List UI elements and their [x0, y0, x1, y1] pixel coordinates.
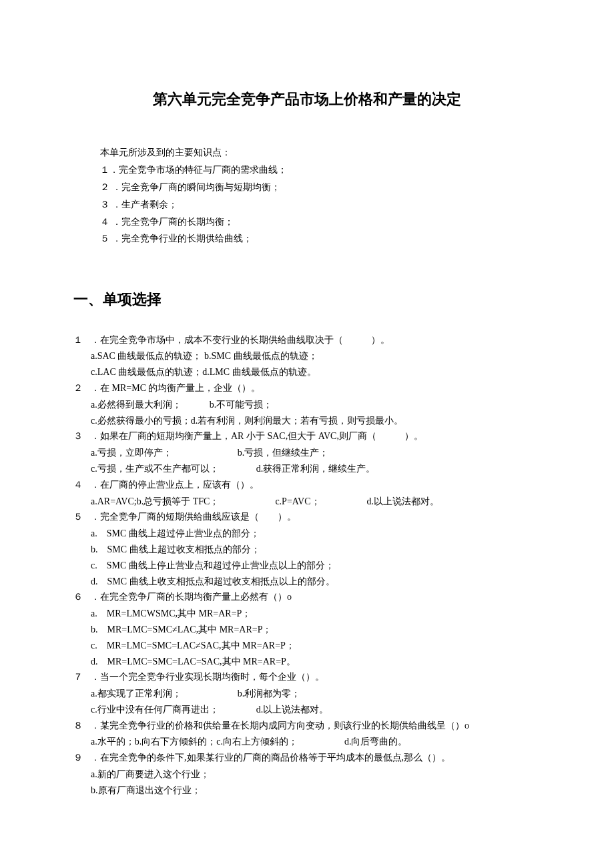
section-heading: 一、单项选择 [73, 287, 541, 312]
question-option: a.水平的；b.向右下方倾斜的；c.向右上方倾斜的； d.向后弯曲的。 [73, 734, 541, 750]
intro-item: ５ ．完全竞争行业的长期供给曲线； [100, 231, 541, 247]
question-option: b. SMC 曲线上超过收支相抵点的部分； [73, 542, 541, 558]
question-option: c. SMC 曲线上停止营业点和超过停止营业点以上的部分； [73, 558, 541, 574]
intro-item: ３ ．生产者剩余； [100, 197, 541, 213]
question-option: a.SAC 曲线最低点的轨迹； b.SMC 曲线最低点的轨迹； [73, 348, 541, 364]
question-number: ８ [73, 718, 91, 734]
question-option: c. MR=LMC=SMC=LAC≠SAC,其中 MR=AR=P； [73, 638, 541, 654]
question-stem: ．在完全竞争的条件下,如果某行业的厂商的商品价格等于平均成本的最低点,那么（）。 [91, 750, 541, 766]
question: ２ ．在 MR=MC 的均衡产量上，企业（）。 [73, 380, 541, 396]
question: ７ ．当一个完全竞争行业实现长期均衡时，每个企业（）。 [73, 669, 541, 685]
question: ８ ．某完全竞争行业的价格和供给量在长期内成同方向变动，则该行业的长期供给曲线呈… [73, 718, 541, 734]
question-stem: ．如果在厂商的短期均衡产量上，AR 小于 SAC,但大于 AVC,则厂商（ ）。 [91, 428, 541, 444]
question-option: c.必然获得最小的亏损；d.若有利润，则利润最大；若有亏损，则亏损最小。 [73, 413, 541, 429]
intro-lead: 本单元所涉及到的主要知识点： [100, 145, 541, 161]
question-number: ６ [73, 589, 91, 605]
question-option: a.AR=AVC;b.总亏损等于 TFC； c.P=AVC； d.以上说法都对。 [73, 494, 541, 510]
intro-item: ２ ．完全竞争厂商的瞬间均衡与短期均衡； [100, 179, 541, 195]
question-stem: ．在厂商的停止营业点上，应该有（）。 [91, 477, 541, 493]
question-option: a.新的厂商要进入这个行业； [73, 767, 541, 783]
question-option: c.行业中没有任何厂商再进出； d.以上说法都对。 [73, 702, 541, 718]
intro-item: ４ ．完全竞争厂商的长期均衡； [100, 214, 541, 230]
question-option: a.必然得到最大利润； b.不可能亏损； [73, 397, 541, 413]
question: ４ ．在厂商的停止营业点上，应该有（）。 [73, 477, 541, 493]
question: ３ ．如果在厂商的短期均衡产量上，AR 小于 SAC,但大于 AVC,则厂商（ … [73, 428, 541, 444]
question-number: ７ [73, 669, 91, 685]
question-option: b. MR=LMC=SMC≠LAC,其中 MR=AR=P； [73, 622, 541, 638]
question: １ ．在完全竞争市场中，成本不变行业的长期供给曲线取决于（ ）。 [73, 332, 541, 348]
intro-item: １．完全竞争市场的特征与厂商的需求曲线； [100, 162, 541, 178]
question: ５ ．完全竞争厂商的短期供给曲线应该是（ ）。 [73, 509, 541, 525]
question-number: ９ [73, 750, 91, 766]
question-number: ５ [73, 509, 91, 525]
question-number: ４ [73, 477, 91, 493]
question-option: d. MR=LMC=SMC=LAC=SAC,其中 MR=AR=P。 [73, 654, 541, 670]
intro-block: 本单元所涉及到的主要知识点： １．完全竞争市场的特征与厂商的需求曲线； ２ ．完… [73, 145, 541, 247]
question-option: c.LAC 曲线最低点的轨迹；d.LMC 曲线最低点的轨迹。 [73, 364, 541, 380]
question-number: ２ [73, 380, 91, 396]
question-number: １ [73, 332, 91, 348]
question-option: a.都实现了正常利润； b.利润都为零； [73, 686, 541, 702]
question-number: ３ [73, 428, 91, 444]
question-stem: ．在 MR=MC 的均衡产量上，企业（）。 [91, 380, 541, 396]
question-stem: ．完全竞争厂商的短期供给曲线应该是（ ）。 [91, 509, 541, 525]
question-option: a.亏损，立即停产； b.亏损，但继续生产； [73, 445, 541, 461]
question-option: b.原有厂商退出这个行业； [73, 783, 541, 799]
question-list: １ ．在完全竞争市场中，成本不变行业的长期供给曲线取决于（ ）。 a.SAC 曲… [73, 332, 541, 799]
document-title: 第六单元完全竞争产品市场上价格和产量的决定 [73, 87, 541, 111]
question-option: a. SMC 曲线上超过停止营业点的部分； [73, 526, 541, 542]
question-option: a. MR=LMCWSMC,其中 MR=AR=P； [73, 606, 541, 622]
question: ６ ．在完全竞争厂商的长期均衡产量上必然有（）o [73, 589, 541, 605]
question: ９ ．在完全竞争的条件下,如果某行业的厂商的商品价格等于平均成本的最低点,那么（… [73, 750, 541, 766]
question-stem: ．在完全竞争厂商的长期均衡产量上必然有（）o [91, 589, 541, 605]
question-option: c.亏损，生产或不生产都可以； d.获得正常利润，继续生产。 [73, 461, 541, 477]
question-option: d. SMC 曲线上收支相抵点和超过收支相抵点以上的部分。 [73, 574, 541, 590]
question-stem: ．在完全竞争市场中，成本不变行业的长期供给曲线取决于（ ）。 [91, 332, 541, 348]
question-stem: ．当一个完全竞争行业实现长期均衡时，每个企业（）。 [91, 669, 541, 685]
question-stem: ．某完全竞争行业的价格和供给量在长期内成同方向变动，则该行业的长期供给曲线呈（）… [91, 718, 541, 734]
